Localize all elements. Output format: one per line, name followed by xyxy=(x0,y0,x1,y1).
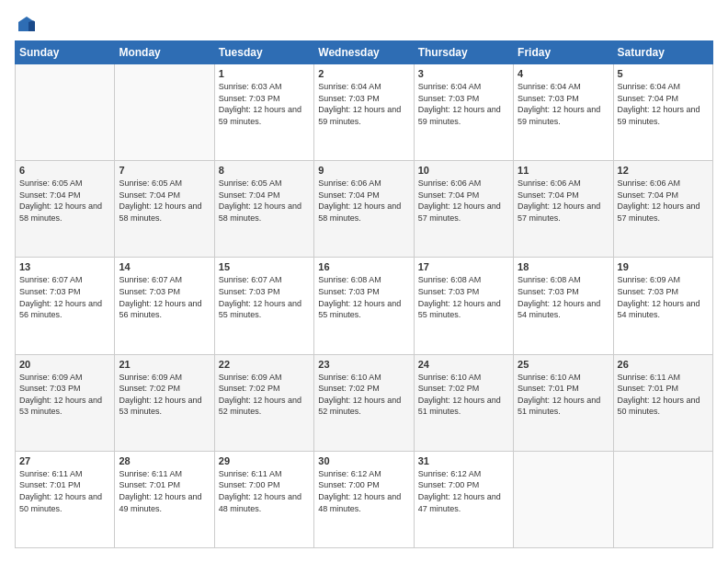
day-info: Sunrise: 6:11 AMSunset: 7:00 PMDaylight:… xyxy=(219,468,310,514)
page: SundayMondayTuesdayWednesdayThursdayFrid… xyxy=(0,0,728,563)
calendar-weekday-header: Friday xyxy=(514,41,613,64)
calendar-day-cell: 28Sunrise: 6:11 AMSunset: 7:01 PMDayligh… xyxy=(115,451,214,547)
calendar-day-cell: 22Sunrise: 6:09 AMSunset: 7:02 PMDayligh… xyxy=(214,354,313,451)
calendar-day-cell: 14Sunrise: 6:07 AMSunset: 7:03 PMDayligh… xyxy=(115,258,214,354)
day-number: 4 xyxy=(518,68,609,79)
calendar-week-row: 6Sunrise: 6:05 AMSunset: 7:04 PMDaylight… xyxy=(16,161,713,258)
day-info: Sunrise: 6:05 AMSunset: 7:04 PMDaylight:… xyxy=(219,178,310,224)
calendar-week-row: 20Sunrise: 6:09 AMSunset: 7:03 PMDayligh… xyxy=(16,354,713,451)
day-info: Sunrise: 6:03 AMSunset: 7:03 PMDaylight:… xyxy=(219,81,310,127)
calendar-day-cell xyxy=(16,64,115,161)
day-number: 9 xyxy=(318,165,409,176)
day-number: 18 xyxy=(518,261,609,272)
calendar-day-cell: 15Sunrise: 6:07 AMSunset: 7:03 PMDayligh… xyxy=(214,258,313,354)
day-number: 1 xyxy=(219,68,310,79)
day-info: Sunrise: 6:08 AMSunset: 7:03 PMDaylight:… xyxy=(518,274,609,320)
day-info: Sunrise: 6:07 AMSunset: 7:03 PMDaylight:… xyxy=(119,274,210,320)
calendar-day-cell: 20Sunrise: 6:09 AMSunset: 7:03 PMDayligh… xyxy=(16,354,115,451)
day-number: 28 xyxy=(119,455,210,466)
day-info: Sunrise: 6:06 AMSunset: 7:04 PMDaylight:… xyxy=(418,178,509,224)
day-number: 19 xyxy=(618,261,709,272)
day-number: 2 xyxy=(318,68,409,79)
day-number: 26 xyxy=(618,359,709,370)
day-number: 3 xyxy=(418,68,509,79)
day-number: 29 xyxy=(219,455,310,466)
day-number: 15 xyxy=(219,261,310,272)
calendar-weekday-header: Tuesday xyxy=(214,41,313,64)
calendar-week-row: 13Sunrise: 6:07 AMSunset: 7:03 PMDayligh… xyxy=(16,258,713,354)
calendar-day-cell: 21Sunrise: 6:09 AMSunset: 7:02 PMDayligh… xyxy=(115,354,214,451)
day-number: 20 xyxy=(19,359,110,370)
calendar-day-cell: 17Sunrise: 6:08 AMSunset: 7:03 PMDayligh… xyxy=(414,258,513,354)
calendar-day-cell: 30Sunrise: 6:12 AMSunset: 7:00 PMDayligh… xyxy=(314,451,414,547)
day-info: Sunrise: 6:10 AMSunset: 7:02 PMDaylight:… xyxy=(318,372,409,418)
calendar-header-row: SundayMondayTuesdayWednesdayThursdayFrid… xyxy=(16,41,713,64)
day-number: 17 xyxy=(418,261,509,272)
calendar-day-cell: 12Sunrise: 6:06 AMSunset: 7:04 PMDayligh… xyxy=(613,161,712,258)
calendar-day-cell: 5Sunrise: 6:04 AMSunset: 7:04 PMDaylight… xyxy=(613,64,712,161)
calendar-day-cell: 24Sunrise: 6:10 AMSunset: 7:02 PMDayligh… xyxy=(414,354,513,451)
calendar-week-row: 27Sunrise: 6:11 AMSunset: 7:01 PMDayligh… xyxy=(16,451,713,547)
day-info: Sunrise: 6:06 AMSunset: 7:04 PMDaylight:… xyxy=(618,178,709,224)
day-number: 11 xyxy=(518,165,609,176)
calendar-week-row: 1Sunrise: 6:03 AMSunset: 7:03 PMDaylight… xyxy=(16,64,713,161)
logo-icon xyxy=(17,15,37,35)
day-info: Sunrise: 6:12 AMSunset: 7:00 PMDaylight:… xyxy=(318,468,409,514)
day-number: 24 xyxy=(418,359,509,370)
calendar-day-cell: 6Sunrise: 6:05 AMSunset: 7:04 PMDaylight… xyxy=(16,161,115,258)
day-number: 14 xyxy=(119,261,210,272)
calendar-weekday-header: Saturday xyxy=(613,41,712,64)
day-info: Sunrise: 6:04 AMSunset: 7:04 PMDaylight:… xyxy=(618,81,709,127)
day-number: 7 xyxy=(119,165,210,176)
calendar-day-cell: 25Sunrise: 6:10 AMSunset: 7:01 PMDayligh… xyxy=(514,354,613,451)
day-number: 21 xyxy=(119,359,210,370)
calendar-day-cell: 11Sunrise: 6:06 AMSunset: 7:04 PMDayligh… xyxy=(514,161,613,258)
calendar-day-cell: 2Sunrise: 6:04 AMSunset: 7:03 PMDaylight… xyxy=(314,64,414,161)
day-info: Sunrise: 6:04 AMSunset: 7:03 PMDaylight:… xyxy=(318,81,409,127)
logo xyxy=(15,15,39,31)
day-number: 27 xyxy=(19,455,110,466)
day-info: Sunrise: 6:11 AMSunset: 7:01 PMDaylight:… xyxy=(618,372,709,418)
day-info: Sunrise: 6:05 AMSunset: 7:04 PMDaylight:… xyxy=(19,178,110,224)
day-info: Sunrise: 6:07 AMSunset: 7:03 PMDaylight:… xyxy=(19,274,110,320)
calendar-day-cell: 9Sunrise: 6:06 AMSunset: 7:04 PMDaylight… xyxy=(314,161,414,258)
day-info: Sunrise: 6:05 AMSunset: 7:04 PMDaylight:… xyxy=(119,178,210,224)
calendar-day-cell: 7Sunrise: 6:05 AMSunset: 7:04 PMDaylight… xyxy=(115,161,214,258)
day-info: Sunrise: 6:12 AMSunset: 7:00 PMDaylight:… xyxy=(418,468,509,514)
day-info: Sunrise: 6:10 AMSunset: 7:01 PMDaylight:… xyxy=(518,372,609,418)
calendar-day-cell: 1Sunrise: 6:03 AMSunset: 7:03 PMDaylight… xyxy=(214,64,313,161)
day-info: Sunrise: 6:09 AMSunset: 7:03 PMDaylight:… xyxy=(19,372,110,418)
day-number: 23 xyxy=(318,359,409,370)
day-info: Sunrise: 6:09 AMSunset: 7:02 PMDaylight:… xyxy=(219,372,310,418)
calendar-weekday-header: Thursday xyxy=(414,41,513,64)
calendar-day-cell xyxy=(115,64,214,161)
day-number: 25 xyxy=(518,359,609,370)
calendar-day-cell xyxy=(514,451,613,547)
calendar-day-cell: 23Sunrise: 6:10 AMSunset: 7:02 PMDayligh… xyxy=(314,354,414,451)
calendar-day-cell: 16Sunrise: 6:08 AMSunset: 7:03 PMDayligh… xyxy=(314,258,414,354)
header xyxy=(15,15,713,31)
day-info: Sunrise: 6:09 AMSunset: 7:03 PMDaylight:… xyxy=(618,274,709,320)
day-info: Sunrise: 6:04 AMSunset: 7:03 PMDaylight:… xyxy=(518,81,609,127)
day-number: 30 xyxy=(318,455,409,466)
day-info: Sunrise: 6:11 AMSunset: 7:01 PMDaylight:… xyxy=(119,468,210,514)
day-number: 8 xyxy=(219,165,310,176)
day-number: 13 xyxy=(19,261,110,272)
day-number: 12 xyxy=(618,165,709,176)
day-info: Sunrise: 6:08 AMSunset: 7:03 PMDaylight:… xyxy=(318,274,409,320)
calendar-weekday-header: Sunday xyxy=(16,41,115,64)
day-info: Sunrise: 6:11 AMSunset: 7:01 PMDaylight:… xyxy=(19,468,110,514)
day-info: Sunrise: 6:08 AMSunset: 7:03 PMDaylight:… xyxy=(418,274,509,320)
day-info: Sunrise: 6:06 AMSunset: 7:04 PMDaylight:… xyxy=(318,178,409,224)
calendar-day-cell: 18Sunrise: 6:08 AMSunset: 7:03 PMDayligh… xyxy=(514,258,613,354)
calendar: SundayMondayTuesdayWednesdayThursdayFrid… xyxy=(15,40,713,548)
day-number: 5 xyxy=(618,68,709,79)
calendar-day-cell: 31Sunrise: 6:12 AMSunset: 7:00 PMDayligh… xyxy=(414,451,513,547)
day-number: 16 xyxy=(318,261,409,272)
day-number: 22 xyxy=(219,359,310,370)
calendar-day-cell: 27Sunrise: 6:11 AMSunset: 7:01 PMDayligh… xyxy=(16,451,115,547)
calendar-day-cell: 13Sunrise: 6:07 AMSunset: 7:03 PMDayligh… xyxy=(16,258,115,354)
calendar-day-cell: 3Sunrise: 6:04 AMSunset: 7:03 PMDaylight… xyxy=(414,64,513,161)
calendar-day-cell: 4Sunrise: 6:04 AMSunset: 7:03 PMDaylight… xyxy=(514,64,613,161)
day-number: 6 xyxy=(19,165,110,176)
